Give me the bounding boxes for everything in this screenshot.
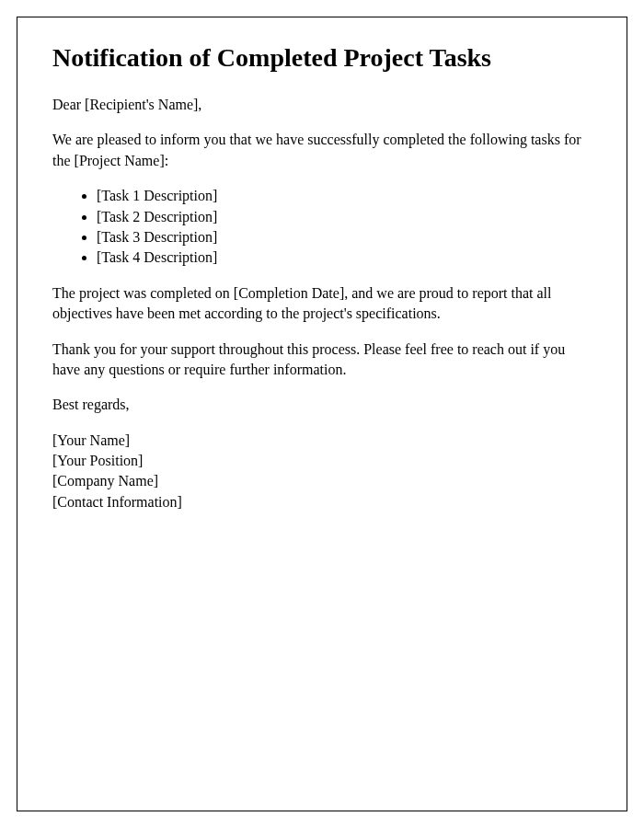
salutation: Dear [Recipient's Name], xyxy=(52,95,592,115)
list-item: [Task 1 Description] xyxy=(97,186,592,206)
intro-paragraph: We are pleased to inform you that we hav… xyxy=(52,130,592,171)
completion-paragraph: The project was completed on [Completion… xyxy=(52,283,592,325)
closing: Best regards, xyxy=(52,395,592,415)
list-item: [Task 3 Description] xyxy=(97,227,592,247)
task-list: [Task 1 Description] [Task 2 Description… xyxy=(97,186,592,269)
document-frame: Notification of Completed Project Tasks … xyxy=(17,17,627,811)
signature-name: [Your Name] xyxy=(52,431,592,451)
thanks-paragraph: Thank you for your support throughout th… xyxy=(52,339,592,381)
document-title: Notification of Completed Project Tasks xyxy=(52,43,592,73)
list-item: [Task 2 Description] xyxy=(97,207,592,227)
list-item: [Task 4 Description] xyxy=(97,247,592,268)
signature-company: [Company Name] xyxy=(52,471,592,491)
signature-position: [Your Position] xyxy=(52,451,592,471)
signature-block: [Your Name] [Your Position] [Company Nam… xyxy=(52,431,592,513)
signature-contact: [Contact Information] xyxy=(52,492,592,512)
